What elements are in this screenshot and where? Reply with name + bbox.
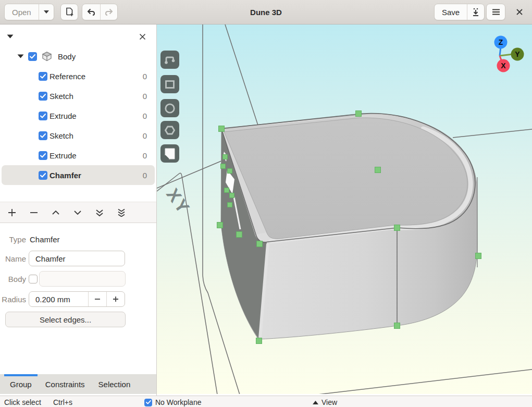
radius-spinbutton[interactable]: 0.200 mm (29, 291, 125, 307)
add-group-button[interactable] (7, 207, 17, 218)
solid-body[interactable] (221, 114, 477, 339)
axis-x-label: X (501, 61, 506, 70)
tree-row-count: 0 (143, 92, 147, 101)
status-bar: Click select Ctrl+s No Workplane View (0, 396, 532, 407)
axis-y-label: Y (515, 50, 520, 58)
tab-label: Selection (98, 380, 131, 389)
move-up-button[interactable] (51, 207, 61, 218)
move-down-button[interactable] (72, 207, 83, 218)
name-label: Name (0, 254, 26, 263)
open-split-button: Open (4, 4, 54, 20)
save-as-button[interactable] (467, 4, 484, 20)
viewport-3d[interactable]: XY (157, 24, 532, 396)
save-button-label: Save (435, 8, 467, 17)
tool-draw-circle-button[interactable] (160, 99, 179, 117)
tree-row-label: Extrude (50, 112, 77, 120)
tab-selection[interactable]: Selection (93, 374, 137, 394)
sketch2-checkbox[interactable] (39, 131, 47, 140)
panel-close-button[interactable] (137, 31, 147, 42)
save-button[interactable]: Save (435, 4, 467, 20)
redo-button[interactable] (100, 4, 118, 20)
extrude2-checkbox[interactable] (39, 151, 47, 160)
chamfer-icon (163, 147, 177, 161)
tree-row-chamfer[interactable]: Chamfer 0 (2, 165, 155, 185)
tool-draw-rectangle-button[interactable] (160, 75, 179, 93)
close-icon (139, 33, 146, 40)
tree-collapse-expander[interactable] (7, 34, 14, 39)
app-window: Dune 3D Open (0, 0, 532, 407)
undo-icon (86, 8, 96, 16)
tree-row-extrude2[interactable]: Extrude 0 (2, 145, 155, 165)
workplane-toggle[interactable]: No Workplane (144, 396, 201, 407)
tab-label: Constraints (45, 380, 85, 389)
bottom-tab-bar: Group Constraints Selection (0, 374, 156, 394)
move-down-double-button[interactable] (94, 207, 105, 218)
rectangle-icon (164, 78, 176, 91)
tree-row-count: 0 (143, 112, 147, 120)
radius-value: 0.200 mm (29, 295, 88, 304)
menu-button[interactable] (486, 4, 505, 20)
extrude1-checkbox[interactable] (39, 112, 47, 120)
select-edges-label: Select edges... (40, 315, 91, 324)
close-icon (516, 8, 523, 16)
radius-row: Radius 0.200 mm (0, 291, 156, 307)
name-field[interactable]: Chamfer (29, 251, 125, 266)
save-as-icon (472, 8, 480, 17)
body-row: Body (0, 271, 156, 287)
radius-label: Radius (0, 295, 26, 304)
tool-draw-polyline-button[interactable] (160, 51, 179, 69)
solid-cube-icon (42, 52, 52, 61)
body-checkbox[interactable] (28, 52, 37, 61)
select-edges-button[interactable]: Select edges... (5, 312, 126, 327)
type-label: Type (0, 235, 26, 244)
reference-checkbox[interactable] (39, 72, 47, 81)
tool-chamfer-button[interactable] (160, 144, 179, 163)
open-button-label: Open (5, 8, 39, 17)
workplane-checkbox[interactable] (144, 399, 152, 406)
radius-increment-button[interactable] (106, 292, 125, 306)
new-document-button[interactable] (60, 4, 78, 20)
tree-row-reference[interactable]: Reference 0 (2, 66, 155, 86)
type-value: Chamfer (30, 235, 60, 244)
window-close-button[interactable] (511, 4, 528, 20)
tab-constraints[interactable]: Constraints (40, 374, 91, 394)
open-button[interactable]: Open (5, 4, 39, 20)
viewport-canvas: XY (157, 24, 532, 394)
tree-header (0, 27, 156, 46)
tree-row-label: Chamfer (50, 171, 81, 180)
status-shortcut: Ctrl+s (53, 396, 72, 407)
axis-z-label: Z (499, 38, 503, 46)
move-down-triple-button[interactable] (116, 207, 127, 218)
type-row: Type Chamfer (0, 234, 156, 244)
undo-redo-group (82, 4, 118, 20)
remove-group-button[interactable] (29, 207, 39, 218)
sketch1-checkbox[interactable] (39, 92, 47, 101)
hamburger-menu-icon (492, 9, 500, 15)
tool-draw-hexagon-button[interactable] (160, 121, 179, 139)
chevron-down-icon (44, 10, 49, 14)
tree-row-body[interactable]: Body (2, 46, 155, 66)
save-split-button: Save (434, 4, 485, 20)
header-bar: Dune 3D Open (0, 0, 532, 24)
tree-row-count: 0 (143, 151, 147, 160)
tree-row-label: Sketch (50, 131, 73, 140)
circle-icon (164, 102, 176, 115)
tab-group[interactable]: Group (4, 374, 38, 394)
body-field[interactable] (39, 271, 126, 287)
undo-button[interactable] (82, 4, 100, 20)
tree-row-label: Extrude (50, 151, 77, 160)
tree-row-sketch2[interactable]: Sketch 0 (2, 126, 155, 145)
tree-row-extrude1[interactable]: Extrude 0 (2, 106, 155, 126)
name-row: Name Chamfer (0, 251, 156, 266)
polyline-icon (164, 54, 176, 66)
tree-row-sketch1[interactable]: Sketch 0 (2, 86, 155, 106)
workplane-label: No Workplane (155, 398, 201, 406)
tab-label: Group (10, 380, 32, 389)
new-document-icon (65, 7, 74, 17)
open-dropdown-button[interactable] (39, 4, 54, 20)
view-menu[interactable]: View (313, 396, 337, 407)
body-checkbox-field[interactable] (29, 275, 38, 283)
chamfer-checkbox[interactable] (39, 171, 47, 180)
radius-decrement-button[interactable] (88, 292, 106, 306)
body-expander[interactable] (17, 54, 24, 58)
